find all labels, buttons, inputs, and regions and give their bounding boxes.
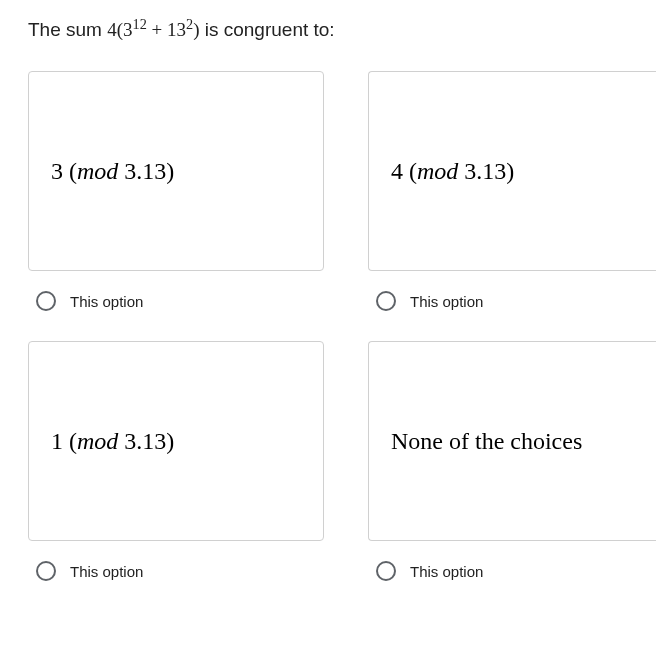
option-card-4[interactable]: None of the choices: [368, 341, 656, 541]
radio-label-1: This option: [70, 293, 143, 310]
radio-row-2[interactable]: This option: [368, 291, 656, 311]
option-card-2[interactable]: 4 (mod 3.13): [368, 71, 656, 271]
radio-icon: [376, 291, 396, 311]
option-block-4: None of the choices This option: [368, 341, 656, 611]
option-card-1[interactable]: 3 (mod 3.13): [28, 71, 324, 271]
question-text: The sum 4(312 + 132) is congruent to:: [28, 16, 656, 41]
radio-label-3: This option: [70, 563, 143, 580]
radio-icon: [36, 291, 56, 311]
opt1-mod: mod: [77, 158, 118, 184]
question-suffix: is congruent to:: [199, 19, 334, 40]
opt2-prefix: 4 (: [391, 158, 417, 184]
option-text-1: 3 (mod 3.13): [51, 158, 174, 185]
opt3-suffix: 3.13): [118, 428, 174, 454]
option-text-3: 1 (mod 3.13): [51, 428, 174, 455]
opt4-full: None of the choices: [391, 428, 582, 454]
option-card-3[interactable]: 1 (mod 3.13): [28, 341, 324, 541]
option-text-4: None of the choices: [391, 428, 582, 455]
opt3-mod: mod: [77, 428, 118, 454]
question-prefix: The sum: [28, 19, 107, 40]
radio-icon: [376, 561, 396, 581]
radio-label-2: This option: [410, 293, 483, 310]
option-block-2: 4 (mod 3.13) This option: [368, 71, 656, 341]
option-text-2: 4 (mod 3.13): [391, 158, 514, 185]
opt2-mod: mod: [417, 158, 458, 184]
option-block-1: 3 (mod 3.13) This option: [28, 71, 324, 341]
opt2-suffix: 3.13): [458, 158, 514, 184]
question-expr-b: + 13: [147, 19, 186, 40]
opt1-suffix: 3.13): [118, 158, 174, 184]
opt1-prefix: 3 (: [51, 158, 77, 184]
question-expr-a: 4(3: [107, 19, 132, 40]
opt3-prefix: 1 (: [51, 428, 77, 454]
radio-label-4: This option: [410, 563, 483, 580]
radio-row-3[interactable]: This option: [28, 561, 324, 581]
option-block-3: 1 (mod 3.13) This option: [28, 341, 324, 611]
radio-row-1[interactable]: This option: [28, 291, 324, 311]
radio-icon: [36, 561, 56, 581]
question-sup1: 12: [133, 16, 147, 32]
options-grid: 3 (mod 3.13) This option 4 (mod 3.13) Th…: [28, 71, 656, 611]
radio-row-4[interactable]: This option: [368, 561, 656, 581]
